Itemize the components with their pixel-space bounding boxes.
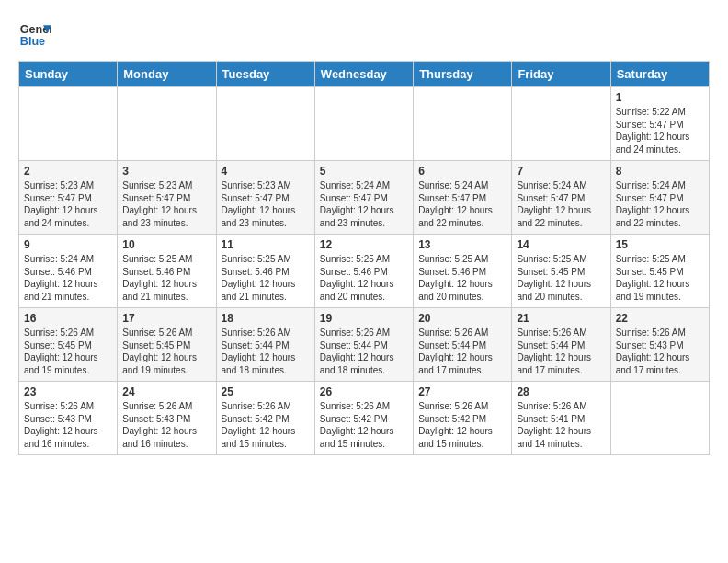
day-number: 26: [320, 385, 408, 398]
day-number: 7: [517, 165, 605, 178]
day-info: Sunrise: 5:25 AM Sunset: 5:46 PM Dayligh…: [122, 253, 210, 303]
day-number: 3: [122, 165, 210, 178]
day-info: Sunrise: 5:26 AM Sunset: 5:43 PM Dayligh…: [122, 400, 210, 450]
day-info: Sunrise: 5:23 AM Sunset: 5:47 PM Dayligh…: [24, 179, 112, 229]
calendar-cell: 24Sunrise: 5:26 AM Sunset: 5:43 PM Dayli…: [118, 382, 216, 455]
day-number: 15: [616, 238, 704, 251]
day-number: 18: [222, 312, 310, 325]
day-info: Sunrise: 5:23 AM Sunset: 5:47 PM Dayligh…: [122, 179, 210, 229]
calendar-cell: 13Sunrise: 5:25 AM Sunset: 5:46 PM Dayli…: [414, 235, 512, 308]
day-number: 9: [24, 238, 112, 251]
calendar-cell: 11Sunrise: 5:25 AM Sunset: 5:46 PM Dayli…: [216, 235, 314, 308]
calendar-cell: 2Sunrise: 5:23 AM Sunset: 5:47 PM Daylig…: [19, 161, 118, 235]
day-info: Sunrise: 5:24 AM Sunset: 5:47 PM Dayligh…: [616, 179, 704, 229]
weekday-header: Wednesday: [314, 62, 413, 87]
day-number: 4: [222, 165, 310, 178]
calendar-cell: 27Sunrise: 5:26 AM Sunset: 5:42 PM Dayli…: [414, 382, 512, 455]
calendar-week-row: 1Sunrise: 5:22 AM Sunset: 5:47 PM Daylig…: [19, 87, 710, 161]
calendar-cell: 8Sunrise: 5:24 AM Sunset: 5:47 PM Daylig…: [610, 161, 709, 235]
calendar-cell: 1Sunrise: 5:22 AM Sunset: 5:47 PM Daylig…: [610, 87, 709, 161]
day-info: Sunrise: 5:26 AM Sunset: 5:42 PM Dayligh…: [222, 400, 310, 450]
calendar-cell: 10Sunrise: 5:25 AM Sunset: 5:46 PM Dayli…: [118, 235, 216, 308]
day-number: 17: [122, 312, 210, 325]
day-number: 2: [24, 165, 112, 178]
day-number: 23: [24, 385, 112, 398]
calendar-cell: 4Sunrise: 5:23 AM Sunset: 5:47 PM Daylig…: [216, 161, 314, 235]
calendar-cell: 21Sunrise: 5:26 AM Sunset: 5:44 PM Dayli…: [512, 308, 610, 382]
day-number: 28: [517, 385, 605, 398]
day-number: 20: [418, 312, 506, 325]
calendar-cell: 16Sunrise: 5:26 AM Sunset: 5:45 PM Dayli…: [19, 308, 118, 382]
day-info: Sunrise: 5:26 AM Sunset: 5:42 PM Dayligh…: [320, 400, 408, 450]
day-info: Sunrise: 5:25 AM Sunset: 5:45 PM Dayligh…: [616, 253, 704, 303]
day-number: 21: [517, 312, 605, 325]
weekday-header: Sunday: [19, 62, 118, 87]
day-info: Sunrise: 5:26 AM Sunset: 5:45 PM Dayligh…: [24, 327, 112, 376]
calendar-table: SundayMondayTuesdayWednesdayThursdayFrid…: [18, 61, 710, 455]
day-info: Sunrise: 5:26 AM Sunset: 5:44 PM Dayligh…: [418, 327, 506, 376]
calendar-cell: 9Sunrise: 5:24 AM Sunset: 5:46 PM Daylig…: [19, 235, 118, 308]
day-info: Sunrise: 5:25 AM Sunset: 5:46 PM Dayligh…: [320, 253, 408, 303]
weekday-header: Tuesday: [216, 62, 314, 87]
calendar-cell: [19, 87, 118, 161]
calendar-cell: 14Sunrise: 5:25 AM Sunset: 5:45 PM Dayli…: [512, 235, 610, 308]
calendar-cell: 17Sunrise: 5:26 AM Sunset: 5:45 PM Dayli…: [118, 308, 216, 382]
calendar-cell: 5Sunrise: 5:24 AM Sunset: 5:47 PM Daylig…: [314, 161, 413, 235]
day-number: 10: [122, 238, 210, 251]
calendar-cell: 25Sunrise: 5:26 AM Sunset: 5:42 PM Dayli…: [216, 382, 314, 455]
day-number: 19: [320, 312, 408, 325]
weekday-header: Friday: [512, 62, 610, 87]
day-info: Sunrise: 5:26 AM Sunset: 5:44 PM Dayligh…: [320, 327, 408, 376]
calendar-cell: [512, 87, 610, 161]
day-number: 11: [222, 238, 310, 251]
calendar-cell: [118, 87, 216, 161]
calendar-cell: 18Sunrise: 5:26 AM Sunset: 5:44 PM Dayli…: [216, 308, 314, 382]
calendar-cell: 20Sunrise: 5:26 AM Sunset: 5:44 PM Dayli…: [414, 308, 512, 382]
calendar-cell: 12Sunrise: 5:25 AM Sunset: 5:46 PM Dayli…: [314, 235, 413, 308]
day-info: Sunrise: 5:24 AM Sunset: 5:47 PM Dayligh…: [517, 179, 605, 229]
calendar-cell: 15Sunrise: 5:25 AM Sunset: 5:45 PM Dayli…: [610, 235, 709, 308]
weekday-header: Saturday: [610, 62, 709, 87]
calendar-week-row: 9Sunrise: 5:24 AM Sunset: 5:46 PM Daylig…: [19, 235, 710, 308]
day-info: Sunrise: 5:24 AM Sunset: 5:46 PM Dayligh…: [24, 253, 112, 303]
logo: General Blue: [18, 18, 51, 52]
calendar-week-row: 16Sunrise: 5:26 AM Sunset: 5:45 PM Dayli…: [19, 308, 710, 382]
day-info: Sunrise: 5:24 AM Sunset: 5:47 PM Dayligh…: [418, 179, 506, 229]
calendar-cell: 3Sunrise: 5:23 AM Sunset: 5:47 PM Daylig…: [118, 161, 216, 235]
calendar-cell: 7Sunrise: 5:24 AM Sunset: 5:47 PM Daylig…: [512, 161, 610, 235]
day-number: 13: [418, 238, 506, 251]
weekday-header-row: SundayMondayTuesdayWednesdayThursdayFrid…: [19, 62, 710, 87]
day-info: Sunrise: 5:24 AM Sunset: 5:47 PM Dayligh…: [320, 179, 408, 229]
day-number: 16: [24, 312, 112, 325]
day-info: Sunrise: 5:26 AM Sunset: 5:43 PM Dayligh…: [616, 327, 704, 376]
calendar-cell: 22Sunrise: 5:26 AM Sunset: 5:43 PM Dayli…: [610, 308, 709, 382]
day-info: Sunrise: 5:26 AM Sunset: 5:44 PM Dayligh…: [517, 327, 605, 376]
day-number: 27: [418, 385, 506, 398]
day-number: 12: [320, 238, 408, 251]
calendar-cell: 26Sunrise: 5:26 AM Sunset: 5:42 PM Dayli…: [314, 382, 413, 455]
day-number: 25: [222, 385, 310, 398]
day-info: Sunrise: 5:23 AM Sunset: 5:47 PM Dayligh…: [222, 179, 310, 229]
calendar-cell: 6Sunrise: 5:24 AM Sunset: 5:47 PM Daylig…: [414, 161, 512, 235]
day-info: Sunrise: 5:26 AM Sunset: 5:41 PM Dayligh…: [517, 400, 605, 450]
calendar-cell: 23Sunrise: 5:26 AM Sunset: 5:43 PM Dayli…: [19, 382, 118, 455]
day-number: 6: [418, 165, 506, 178]
weekday-header: Thursday: [414, 62, 512, 87]
calendar-cell: 19Sunrise: 5:26 AM Sunset: 5:44 PM Dayli…: [314, 308, 413, 382]
day-number: 5: [320, 165, 408, 178]
day-info: Sunrise: 5:25 AM Sunset: 5:45 PM Dayligh…: [517, 253, 605, 303]
day-info: Sunrise: 5:26 AM Sunset: 5:43 PM Dayligh…: [24, 400, 112, 450]
logo-icon: General Blue: [18, 18, 51, 52]
calendar-week-row: 23Sunrise: 5:26 AM Sunset: 5:43 PM Dayli…: [19, 382, 710, 455]
day-number: 1: [616, 91, 704, 104]
day-info: Sunrise: 5:25 AM Sunset: 5:46 PM Dayligh…: [418, 253, 506, 303]
calendar-cell: [610, 382, 709, 455]
day-number: 8: [616, 165, 704, 178]
day-info: Sunrise: 5:25 AM Sunset: 5:46 PM Dayligh…: [222, 253, 310, 303]
calendar-week-row: 2Sunrise: 5:23 AM Sunset: 5:47 PM Daylig…: [19, 161, 710, 235]
calendar-cell: [414, 87, 512, 161]
weekday-header: Monday: [118, 62, 216, 87]
calendar-cell: [314, 87, 413, 161]
day-info: Sunrise: 5:26 AM Sunset: 5:42 PM Dayligh…: [418, 400, 506, 450]
calendar-cell: [216, 87, 314, 161]
